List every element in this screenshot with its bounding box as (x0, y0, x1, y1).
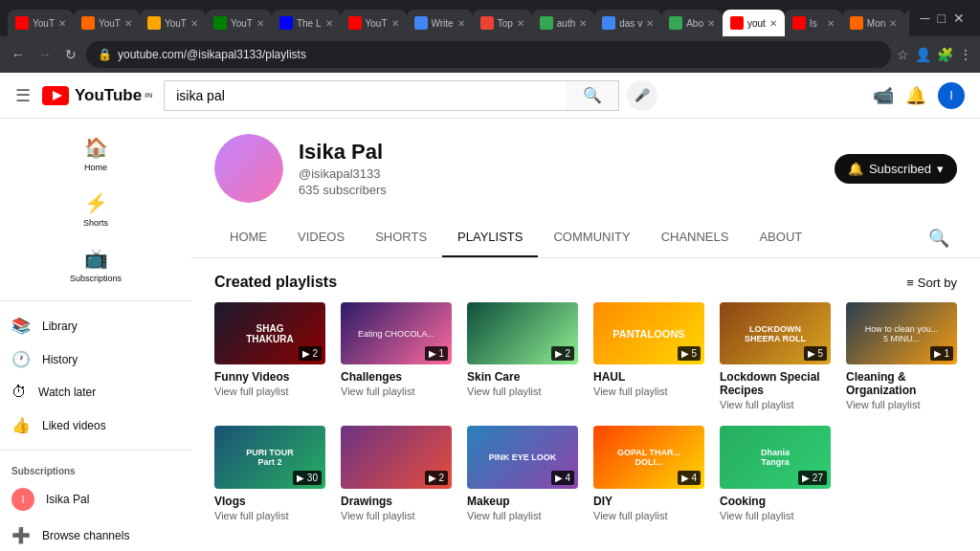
tab-close-10[interactable]: ✕ (646, 18, 654, 29)
tab-close-1[interactable]: ✕ (58, 18, 66, 29)
upload-icon[interactable]: 📹 (873, 85, 894, 106)
playlist-thumb-vlogs: PURI TOURPart 2 ▶ 30 (214, 426, 325, 488)
playlist-item-haul[interactable]: PANTALOONS ▶ 5 HAUL View full playlist (593, 302, 704, 410)
sort-button[interactable]: ≡ Sort by (906, 276, 957, 290)
playlist-item-makeup[interactable]: PINK EYE LOOK ▶ 4 Makeup View full playl… (467, 426, 578, 520)
extension-icon[interactable]: 🧩 (937, 47, 953, 62)
bookmark-icon[interactable]: ☆ (897, 47, 909, 62)
playlist-item-skin-care[interactable]: ▶ 2 Skin Care View full playlist (467, 302, 578, 410)
playlist-link-diy[interactable]: View full playlist (593, 510, 704, 521)
youtube-app: ☰ YouTube IN isika pal 🔍 🎤 📹 🔔 I 🏠 Home (0, 73, 980, 551)
sidebar-item-library[interactable]: 📚 Library (0, 309, 191, 342)
sidebar-subscription-isika[interactable]: I Isika Pal (0, 480, 191, 518)
microphone-button[interactable]: 🎤 (627, 80, 657, 111)
tab-10[interactable]: das v ✕ (594, 10, 661, 36)
thumb-count-10: ▶ 4 (678, 471, 701, 485)
tab-favicon-14 (850, 16, 863, 30)
tab-close-8[interactable]: ✕ (517, 18, 524, 29)
playlist-item-lockdown-recipes[interactable]: LOCKDOWNSHEERA ROLL ▶ 5 Lockdown Special… (720, 302, 831, 410)
back-button[interactable]: ← (8, 43, 29, 66)
tab-title-12: yout (747, 18, 766, 29)
playlist-link-drawings[interactable]: View full playlist (341, 510, 452, 521)
playlist-link-skin-care[interactable]: View full playlist (467, 386, 578, 397)
tab-8[interactable]: Top ✕ (473, 10, 532, 36)
tab-6[interactable]: YouT ✕ (341, 10, 407, 36)
close-browser-button[interactable]: ✕ (953, 11, 965, 26)
tab-close-9[interactable]: ✕ (579, 18, 587, 29)
playlist-item-drawings[interactable]: ▶ 2 Drawings View full playlist (341, 426, 452, 520)
playlist-item-challenges[interactable]: Eating CHOCOLA... ▶ 1 Challenges View fu… (341, 302, 452, 410)
tab-playlists[interactable]: PLAYLISTS (442, 218, 538, 257)
sidebar-item-shorts[interactable]: ⚡ Shorts (0, 182, 191, 237)
sidebar-item-liked-videos[interactable]: 👍 Liked videos (0, 408, 191, 442)
tab-close-6[interactable]: ✕ (391, 18, 399, 29)
thumb-count-3: ▶ 2 (551, 346, 574, 361)
playlist-link-lockdown[interactable]: View full playlist (720, 399, 831, 410)
watch-later-icon: ⏱ (11, 384, 27, 401)
tab-close-12[interactable]: ✕ (769, 18, 777, 29)
playlist-link-cleaning[interactable]: View full playlist (846, 399, 957, 410)
playlist-link-funny-videos[interactable]: View full playlist (214, 386, 325, 397)
subscriptions-label: Subscriptions (0, 458, 191, 480)
playlist-link-haul[interactable]: View full playlist (593, 386, 704, 397)
notification-icon[interactable]: 🔔 (905, 85, 926, 106)
minimize-button[interactable]: ─ (921, 11, 930, 26)
playlist-item-cooking[interactable]: DhaniaTangra ▶ 27 Cooking View full play… (720, 426, 831, 520)
playlist-link-makeup[interactable]: View full playlist (467, 510, 578, 521)
tab-12[interactable]: yout ✕ (723, 10, 785, 36)
tab-close-5[interactable]: ✕ (325, 18, 333, 29)
tab-3[interactable]: YouT ✕ (140, 10, 206, 36)
channel-search-icon[interactable]: 🔍 (921, 220, 957, 256)
tab-13[interactable]: Is ✕ (785, 10, 842, 36)
profile-icon[interactable]: 👤 (915, 47, 931, 62)
tab-shorts[interactable]: SHORTS (360, 218, 442, 257)
tab-about[interactable]: ABOUT (744, 218, 817, 257)
youtube-logo[interactable]: YouTube IN (42, 86, 152, 105)
subscription-avatar-isika: I (11, 488, 34, 511)
tab-close-11[interactable]: ✕ (707, 18, 715, 29)
tab-close-2[interactable]: ✕ (124, 18, 132, 29)
forward-button[interactable]: → (34, 43, 56, 66)
tab-close-4[interactable]: ✕ (256, 18, 264, 29)
subscribe-button[interactable]: 🔔 Subscribed ▾ (835, 154, 957, 184)
tab-home[interactable]: HOME (214, 218, 282, 257)
tab-4[interactable]: YouT ✕ (206, 10, 272, 36)
playlist-item-cleaning[interactable]: How to clean you...5 MINU... ▶ 1 Cleanin… (846, 302, 957, 410)
playlist-item-vlogs[interactable]: PURI TOURPart 2 ▶ 30 Vlogs View full pla… (214, 426, 325, 520)
reload-button[interactable]: ↻ (61, 43, 80, 66)
tab-9[interactable]: auth ✕ (532, 10, 594, 36)
tab-5[interactable]: The L ✕ (272, 10, 341, 36)
sidebar-item-subscriptions[interactable]: 📺 Subscriptions (0, 237, 191, 293)
tab-7[interactable]: Write ✕ (407, 10, 473, 36)
tab-videos[interactable]: VIDEOS (282, 218, 360, 257)
tab-favicon-3 (147, 16, 161, 30)
tab-11[interactable]: Abo ✕ (661, 10, 723, 36)
maximize-button[interactable]: □ (938, 11, 946, 26)
tab-close-14[interactable]: ✕ (889, 18, 897, 29)
tab-14[interactable]: Mon ✕ (842, 10, 904, 36)
playlist-item-funny-videos[interactable]: SHAGTHAKURA ▶ 2 Funny Videos View full p… (214, 302, 325, 410)
settings-icon[interactable]: ⋮ (959, 47, 972, 62)
address-icons: ☆ 👤 🧩 ⋮ (897, 47, 972, 62)
tab-channels[interactable]: CHANNELS (646, 218, 745, 257)
sidebar-browse-channels[interactable]: ➕ Browse channels (0, 518, 191, 551)
tab-1[interactable]: YouT ✕ (8, 10, 74, 36)
tab-15[interactable]: New ✕ (904, 10, 908, 36)
sidebar-item-history[interactable]: 🕐 History (0, 342, 191, 376)
playlist-link-challenges[interactable]: View full playlist (341, 386, 452, 397)
tab-close-7[interactable]: ✕ (457, 18, 465, 29)
sidebar-item-home[interactable]: 🏠 Home (0, 126, 191, 182)
playlist-link-cooking[interactable]: View full playlist (720, 510, 831, 521)
menu-icon[interactable]: ☰ (15, 85, 31, 106)
tab-community[interactable]: COMMUNITY (538, 218, 645, 257)
sidebar-item-watch-later[interactable]: ⏱ Watch later (0, 376, 191, 408)
avatar[interactable]: I (938, 82, 965, 109)
address-bar[interactable]: 🔒 youtube.com/@isikapal3133/playlists (86, 41, 891, 68)
playlist-link-vlogs[interactable]: View full playlist (214, 510, 325, 521)
tab-close-13[interactable]: ✕ (827, 18, 835, 29)
tab-close-3[interactable]: ✕ (190, 18, 198, 29)
tab-2[interactable]: YouT ✕ (74, 10, 140, 36)
search-button[interactable]: 🔍 (566, 80, 619, 111)
playlist-item-diy[interactable]: GOPAL THAR...DOLI... ▶ 4 DIY View full p… (593, 426, 704, 520)
search-input[interactable]: isika pal (164, 80, 566, 111)
